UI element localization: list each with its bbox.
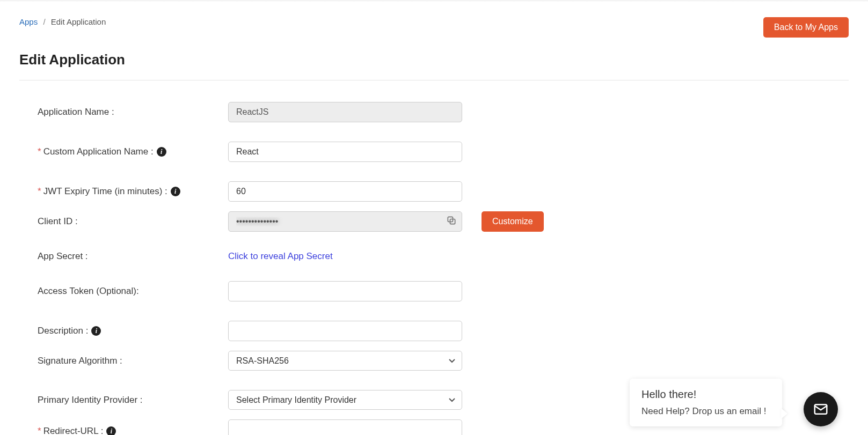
chat-prompt: Need Help? Drop us an email !: [641, 406, 770, 417]
redirect-url-label: Redirect-URL :: [43, 426, 104, 435]
signature-algorithm-select[interactable]: RSA-SHA256: [228, 351, 462, 371]
breadcrumb: Apps / Edit Application: [19, 17, 106, 26]
info-icon[interactable]: i: [91, 326, 101, 336]
app-secret-label: App Secret :: [38, 251, 228, 262]
description-input[interactable]: [228, 321, 462, 341]
chat-tooltip: Hello there! Need Help? Drop us an email…: [630, 379, 782, 426]
application-name-input: [228, 102, 462, 122]
signature-algorithm-label: Signature Algorithm :: [38, 356, 228, 366]
application-name-label: Application Name :: [38, 107, 228, 117]
info-icon[interactable]: i: [171, 187, 180, 196]
required-marker: *: [38, 426, 41, 435]
back-to-apps-button[interactable]: Back to My Apps: [763, 17, 849, 38]
client-id-label: Client ID :: [38, 216, 228, 227]
primary-idp-select[interactable]: Select Primary Identity Provider: [228, 390, 462, 410]
required-marker: *: [38, 146, 41, 157]
access-token-label: Access Token (Optional):: [38, 286, 228, 297]
custom-app-name-input[interactable]: [228, 142, 462, 162]
copy-icon[interactable]: [446, 215, 457, 228]
description-label: Description :: [38, 326, 88, 336]
primary-idp-label: Primary Identity Provider :: [38, 395, 228, 405]
breadcrumb-apps-link[interactable]: Apps: [19, 17, 38, 26]
jwt-expiry-input[interactable]: [228, 181, 462, 202]
custom-app-name-label: Custom Application Name :: [43, 146, 154, 157]
chat-greeting: Hello there!: [641, 388, 770, 401]
breadcrumb-current: Edit Application: [51, 17, 106, 26]
client-id-input: [228, 211, 462, 232]
redirect-url-input[interactable]: [228, 419, 462, 435]
jwt-expiry-label: JWT Expiry Time (in minutes) :: [43, 186, 167, 197]
mail-icon: [813, 401, 829, 417]
access-token-input[interactable]: [228, 281, 462, 301]
info-icon[interactable]: i: [157, 147, 166, 157]
reveal-secret-link[interactable]: Click to reveal App Secret: [228, 251, 333, 261]
info-icon[interactable]: i: [106, 426, 116, 435]
chat-tooltip-arrow: [781, 408, 787, 419]
breadcrumb-separator: /: [43, 17, 45, 26]
page-title: Edit Application: [19, 51, 849, 68]
customize-button[interactable]: Customize: [482, 211, 544, 232]
required-marker: *: [38, 186, 41, 197]
chat-fab-button[interactable]: [804, 392, 838, 426]
